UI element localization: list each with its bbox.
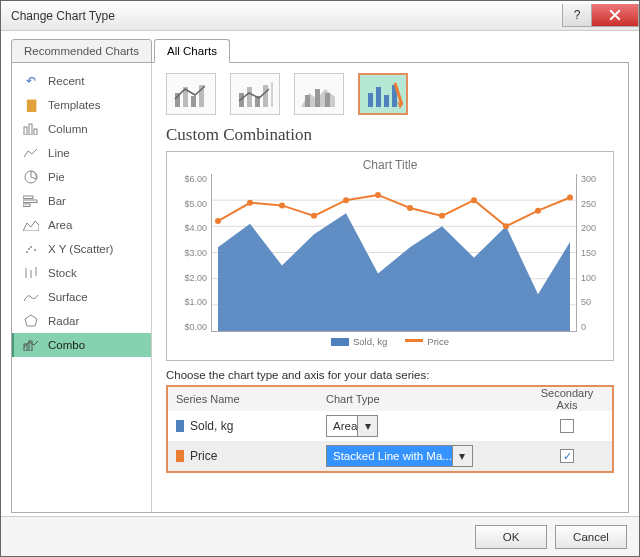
sidebar-item-bar[interactable]: Bar (12, 189, 151, 213)
legend-label: Price (427, 336, 449, 347)
col-secondary-axis: Secondary Axis (522, 387, 612, 411)
chart-type-combo[interactable]: Stacked Line with Ma...▾ (326, 445, 473, 467)
svg-point-42 (215, 218, 221, 224)
ok-button[interactable]: OK (475, 525, 547, 549)
sidebar-item-column[interactable]: Column (12, 117, 151, 141)
chevron-down-icon: ▾ (452, 446, 472, 466)
col-series-name: Series Name (168, 393, 318, 405)
secondary-axis-checkbox[interactable] (560, 419, 574, 433)
chevron-down-icon: ▾ (357, 416, 377, 436)
svg-rect-32 (376, 87, 381, 107)
sidebar-item-recent[interactable]: ↶Recent (12, 69, 151, 93)
combo-icon (22, 338, 40, 352)
sidebar-item-combo[interactable]: Combo (12, 333, 151, 357)
combo-subtype-row (166, 73, 614, 115)
svg-rect-4 (23, 196, 33, 199)
subtype-clustered-column-line[interactable] (166, 73, 216, 115)
sidebar-item-label: Line (48, 147, 70, 159)
series-swatch-icon (176, 420, 184, 432)
sidebar-item-label: Radar (48, 315, 79, 327)
sidebar-item-line[interactable]: Line (12, 141, 151, 165)
svg-point-9 (30, 246, 32, 248)
svg-rect-31 (368, 93, 373, 107)
svg-point-52 (535, 208, 541, 214)
titlebar: Change Chart Type ? (1, 1, 639, 31)
tab-recommended[interactable]: Recommended Charts (11, 39, 152, 63)
sidebar-item-label: Surface (48, 291, 88, 303)
cancel-button[interactable]: Cancel (555, 525, 627, 549)
svg-rect-33 (384, 95, 389, 107)
sidebar-item-label: X Y (Scatter) (48, 243, 113, 255)
bar-icon (22, 194, 40, 208)
sidebar-item-label: Pie (48, 171, 65, 183)
chart-legend: Sold, kg Price (177, 336, 603, 347)
radar-icon (22, 314, 40, 328)
svg-point-45 (311, 213, 317, 219)
line-icon (22, 146, 40, 160)
svg-point-49 (439, 213, 445, 219)
tabstrip: Recommended Charts All Charts (11, 39, 629, 63)
tab-all-charts[interactable]: All Charts (154, 39, 230, 63)
sidebar-item-area[interactable]: Area (12, 213, 151, 237)
svg-rect-1 (29, 124, 32, 135)
sidebar-item-scatter[interactable]: X Y (Scatter) (12, 237, 151, 261)
table-row: Sold, kg Area▾ (168, 411, 612, 441)
subtype-custom-combination[interactable] (358, 73, 408, 115)
chart-category-list: ↶Recent ▇Templates Column Line Pie Bar A… (12, 63, 152, 512)
svg-rect-20 (191, 96, 196, 107)
svg-marker-15 (25, 315, 37, 326)
subtype-stacked-area-column[interactable] (294, 73, 344, 115)
series-config-table: Series Name Chart Type Secondary Axis So… (166, 385, 614, 473)
svg-point-11 (28, 248, 30, 250)
svg-point-48 (407, 205, 413, 211)
scatter-icon (22, 242, 40, 256)
chart-title: Chart Title (177, 158, 603, 172)
sidebar-item-label: Combo (48, 339, 85, 351)
help-button[interactable]: ? (562, 4, 592, 27)
legend-label: Sold, kg (353, 336, 387, 347)
sidebar-item-label: Area (48, 219, 72, 231)
templates-icon: ▇ (22, 98, 40, 112)
sidebar-item-label: Bar (48, 195, 66, 207)
chart-preview[interactable]: Chart Title $6.00$5.00$4.00$3.00$2.00$1.… (166, 151, 614, 361)
table-row: Price Stacked Line with Ma...▾ (168, 441, 612, 471)
chart-type-combo[interactable]: Area▾ (326, 415, 378, 437)
col-chart-type: Chart Type (318, 393, 522, 405)
sidebar-item-templates[interactable]: ▇Templates (12, 93, 151, 117)
subtype-clustered-column-line-secondary[interactable] (230, 73, 280, 115)
svg-rect-30 (325, 93, 330, 107)
series-name-label: Sold, kg (190, 419, 233, 433)
y-axis-left: $6.00$5.00$4.00$3.00$2.00$1.00$0.00 (177, 174, 211, 332)
svg-rect-25 (263, 85, 268, 107)
sidebar-item-pie[interactable]: Pie (12, 165, 151, 189)
svg-rect-23 (247, 87, 252, 107)
window-title: Change Chart Type (11, 9, 563, 23)
sidebar-item-surface[interactable]: Surface (12, 285, 151, 309)
sidebar-item-label: Recent (48, 75, 84, 87)
svg-point-47 (375, 192, 381, 198)
surface-icon (22, 290, 40, 304)
svg-marker-7 (23, 221, 39, 231)
pie-icon (22, 170, 40, 184)
sidebar-item-radar[interactable]: Radar (12, 309, 151, 333)
close-button[interactable] (591, 4, 639, 27)
svg-rect-2 (34, 129, 37, 135)
dialog-change-chart-type: Change Chart Type ? Recommended Charts A… (0, 0, 640, 557)
column-icon (22, 122, 40, 136)
plot-area (211, 174, 577, 332)
area-icon (22, 218, 40, 232)
sidebar-item-label: Column (48, 123, 88, 135)
recent-icon: ↶ (22, 74, 40, 88)
series-swatch-icon (176, 450, 184, 462)
svg-rect-6 (23, 204, 30, 207)
dialog-footer: OK Cancel (1, 516, 639, 556)
svg-rect-28 (305, 95, 310, 107)
subtype-title: Custom Combination (166, 125, 614, 145)
svg-rect-29 (315, 89, 320, 107)
sidebar-item-stock[interactable]: Stock (12, 261, 151, 285)
choose-label: Choose the chart type and axis for your … (166, 369, 614, 381)
secondary-axis-checkbox[interactable] (560, 449, 574, 463)
legend-swatch-icon (331, 338, 349, 346)
svg-point-50 (471, 197, 477, 203)
y-axis-right: 300250200150100500 (577, 174, 603, 332)
